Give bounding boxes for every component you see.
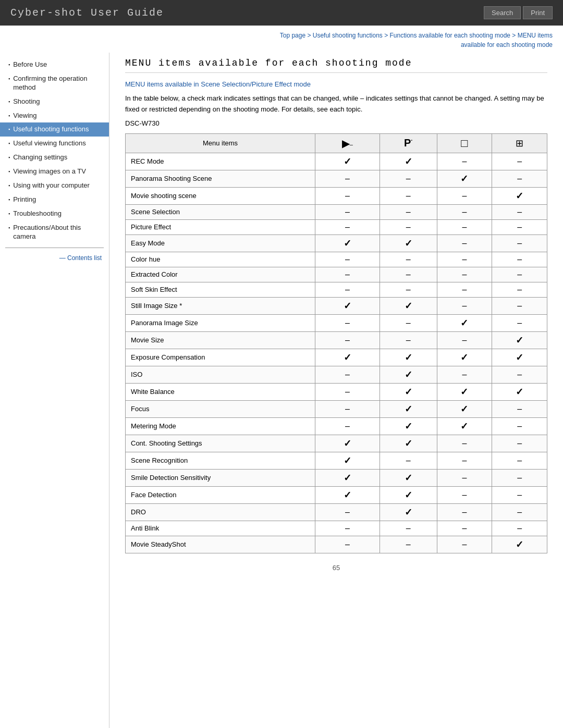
contents-list-link[interactable]: Contents list <box>0 252 109 264</box>
dash-cell: – <box>492 204 547 219</box>
dash-icon: – <box>517 456 522 465</box>
dash-cell: – <box>380 252 437 267</box>
table-row: Picture Effect–––– <box>126 219 547 235</box>
checkmark-icon: ✓ <box>516 539 523 550</box>
table-row: REC Mode✓✓–– <box>126 153 547 170</box>
sidebar-item-0[interactable]: ▪Before Use <box>0 58 109 72</box>
checkmark-icon: ✓ <box>405 438 412 449</box>
dash-cell: – <box>492 267 547 282</box>
checkmark-icon: ✓ <box>405 387 412 397</box>
check-cell: ✓ <box>380 503 437 521</box>
dash-cell: – <box>380 331 437 349</box>
sidebar-item-5[interactable]: ▪Useful viewing functions <box>0 137 109 151</box>
dash-icon: – <box>406 285 411 294</box>
checkmark-icon: ✓ <box>405 301 412 311</box>
dash-icon: – <box>462 157 467 166</box>
dash-icon: – <box>462 191 467 200</box>
check-cell: ✓ <box>380 153 437 170</box>
dash-cell: – <box>492 219 547 235</box>
breadcrumb-line2: available for each shooting mode <box>461 41 553 48</box>
check-cell: ✓ <box>492 331 547 349</box>
dash-icon: – <box>517 370 522 379</box>
sidebar: ▪Before Use▪Confirming the operation met… <box>0 53 109 728</box>
dash-cell: – <box>437 297 492 314</box>
dash-icon: – <box>406 223 411 231</box>
search-button[interactable]: Search <box>484 6 521 19</box>
dash-icon: – <box>345 540 350 549</box>
dash-icon: – <box>345 524 350 533</box>
check-cell: ✓ <box>315 349 380 366</box>
dash-icon: – <box>517 270 522 279</box>
col-header-panorama: □ <box>437 133 492 153</box>
dash-cell: – <box>437 366 492 383</box>
dash-icon: – <box>517 473 522 482</box>
dash-cell: – <box>437 331 492 349</box>
check-cell: ✓ <box>437 417 492 435</box>
dash-cell: – <box>315 366 380 383</box>
dash-cell: – <box>437 204 492 219</box>
dash-cell: – <box>380 187 437 204</box>
sidebar-item-label: Precautions/About this camera <box>13 224 104 241</box>
print-button[interactable]: Print <box>523 6 553 19</box>
dash-cell: – <box>315 170 380 187</box>
check-cell: ✓ <box>380 235 437 252</box>
dash-icon: – <box>517 174 522 183</box>
sidebar-bullet: ▪ <box>8 62 10 68</box>
dash-cell: – <box>437 486 492 503</box>
model-name: DSC-W730 <box>125 119 547 127</box>
subtitle-link[interactable]: MENU items available in Scene Selection/… <box>125 80 547 88</box>
dash-cell: – <box>380 267 437 282</box>
sidebar-item-label: Before Use <box>13 60 47 69</box>
sidebar-bullet: ▪ <box>8 197 10 203</box>
table-row: Color hue–––– <box>126 252 547 267</box>
sidebar-item-9[interactable]: ▪Printing <box>0 193 109 207</box>
sidebar-item-6[interactable]: ▪Changing settings <box>0 151 109 165</box>
check-cell: ✓ <box>492 349 547 366</box>
sidebar-item-3[interactable]: ▪Viewing <box>0 109 109 123</box>
menu-item-name: Focus <box>126 400 315 417</box>
dash-icon: – <box>462 456 467 465</box>
sidebar-bullet: ▪ <box>8 183 10 189</box>
sidebar-bullet: ▪ <box>8 211 10 217</box>
dash-cell: – <box>437 452 492 469</box>
dash-icon: – <box>517 301 522 310</box>
sidebar-bullet: ▪ <box>8 225 10 231</box>
col-header-movie: ⊞ <box>492 133 547 153</box>
dash-icon: – <box>462 270 467 279</box>
dash-icon: – <box>462 207 467 216</box>
page-number: 65 <box>125 564 547 572</box>
sidebar-item-4[interactable]: ▪Useful shooting functions <box>0 122 109 137</box>
sidebar-item-2[interactable]: ▪Shooting <box>0 95 109 109</box>
dash-cell: – <box>437 219 492 235</box>
dash-icon: – <box>517 524 522 533</box>
dash-icon: – <box>462 524 467 533</box>
sidebar-item-10[interactable]: ▪Troubleshooting <box>0 207 109 221</box>
sidebar-item-7[interactable]: ▪Viewing images on a TV <box>0 165 109 179</box>
check-cell: ✓ <box>380 297 437 314</box>
main-content: MENU items available for each shooting m… <box>109 53 563 728</box>
table-row: Face Detection✓✓–– <box>126 486 547 503</box>
sidebar-item-label: Useful shooting functions <box>13 125 89 134</box>
check-cell: ✓ <box>492 536 547 553</box>
sidebar-bullet: ▪ <box>8 127 10 133</box>
dash-cell: – <box>492 235 547 252</box>
checkmark-icon: ✓ <box>344 352 351 363</box>
sidebar-item-label: Changing settings <box>13 153 67 162</box>
checkmark-icon: ✓ <box>516 335 523 346</box>
dash-icon: – <box>406 174 411 183</box>
menu-table: Menu items ▶– P· □ ⊞ REC Mode✓✓––Panoram… <box>125 133 547 553</box>
checkmark-icon: ✓ <box>344 156 351 167</box>
dash-cell: – <box>437 435 492 452</box>
sidebar-item-11[interactable]: ▪Precautions/About this camera <box>0 221 109 244</box>
table-row: Movie SteadyShot–––✓ <box>126 536 547 553</box>
sidebar-item-label: Troubleshooting <box>13 209 62 218</box>
menu-item-name: Metering Mode <box>126 417 315 435</box>
dash-icon: – <box>406 318 411 327</box>
sidebar-item-1[interactable]: ▪Confirming the operation method <box>0 72 109 95</box>
sidebar-item-8[interactable]: ▪Using with your computer <box>0 179 109 193</box>
checkmark-icon: ✓ <box>516 387 523 397</box>
dash-icon: – <box>517 285 522 294</box>
dash-icon: – <box>517 157 522 166</box>
menu-item-name: Easy Mode <box>126 235 315 252</box>
sidebar-bullet: ▪ <box>8 141 10 147</box>
